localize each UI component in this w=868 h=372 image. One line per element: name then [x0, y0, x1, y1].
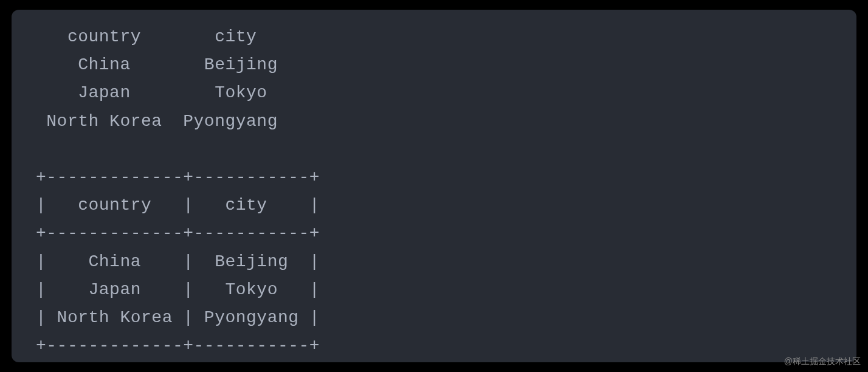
bordered-table-row: | China | Beijing | [36, 252, 320, 271]
bordered-table-border: +-------------+-----------+ [36, 336, 320, 355]
terminal-window: country city China Beijing Japan Tokyo N… [12, 10, 856, 362]
bordered-table-border: +-------------+-----------+ [36, 168, 320, 187]
bordered-table-header-row: | country | city | [36, 196, 320, 215]
simple-table-row: North Korea Pyongyang [36, 112, 278, 131]
simple-table-row: Japan Tokyo [36, 83, 267, 102]
simple-table-header-row: country city [36, 27, 257, 46]
simple-table-row: China Beijing [36, 55, 278, 74]
terminal-output: country city China Beijing Japan Tokyo N… [36, 23, 832, 360]
watermark: @稀土掘金技术社区 [784, 356, 861, 367]
bordered-table-row: | Japan | Tokyo | [36, 280, 320, 299]
bordered-table-row: | North Korea | Pyongyang | [36, 308, 320, 327]
bordered-table-border: +-------------+-----------+ [36, 224, 320, 243]
